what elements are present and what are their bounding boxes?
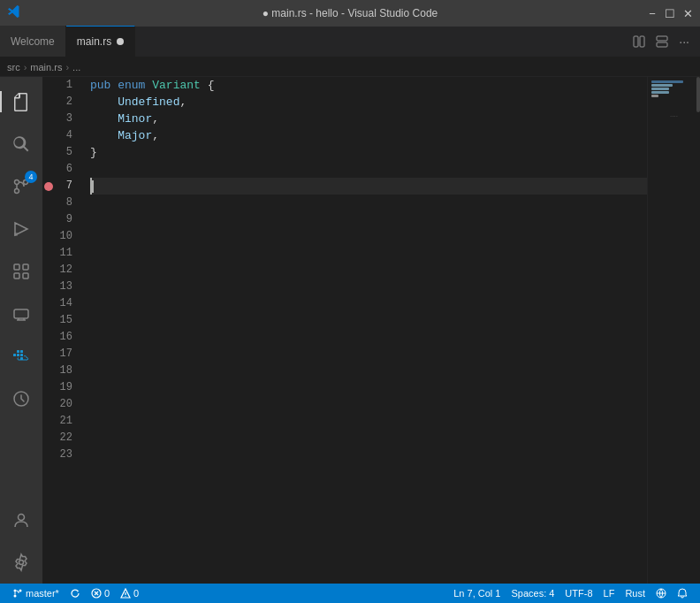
tab-label: Welcome — [11, 35, 55, 48]
tab-modified-dot — [117, 38, 124, 45]
code-content[interactable]: pub enum Variant { Undefined, Minor, Maj… — [87, 77, 647, 584]
text-cursor — [92, 180, 94, 193]
breadcrumb-symbol[interactable]: ... — [72, 62, 80, 73]
code-line-1: pub enum Variant { — [90, 77, 647, 94]
notifications-status[interactable] — [672, 584, 693, 603]
remote-icon — [656, 588, 666, 599]
indent-4 — [90, 127, 118, 144]
code-line-8 — [90, 195, 647, 211]
code-line-20 — [90, 396, 647, 413]
code-line-23 — [90, 447, 647, 463]
git-branch-icon — [12, 588, 23, 599]
line-ending-label: LF — [604, 588, 615, 599]
line-num-14: 14 — [42, 295, 80, 312]
svg-rect-17 — [17, 350, 19, 353]
sidebar-item-explorer[interactable] — [0, 80, 42, 123]
minimap-dots: ···· — [648, 112, 700, 120]
line-num-7: 7 — [42, 178, 80, 195]
minimap-line-2 — [651, 84, 673, 87]
window-controls[interactable]: − ☐ ✕ — [647, 8, 693, 19]
line-num-5: 5 — [42, 144, 80, 161]
sidebar-item-search[interactable] — [0, 123, 42, 165]
code-line-17 — [90, 346, 647, 363]
cursor-position-label: Ln 7, Col 1 — [453, 588, 500, 599]
title-bar-left — [7, 4, 21, 22]
title-bar: ● main.rs - hello - Visual Studio Code −… — [0, 0, 700, 27]
tab-main-rs[interactable]: main.rs — [66, 26, 135, 57]
errors-status[interactable]: 0 — [86, 584, 115, 603]
comma-3: , — [152, 111, 159, 127]
svg-rect-15 — [17, 354, 19, 356]
svg-rect-0 — [634, 36, 638, 47]
minimize-button[interactable]: − — [647, 8, 658, 19]
sidebar-item-timeline[interactable] — [0, 378, 42, 420]
warnings-status[interactable]: 0 — [115, 584, 144, 603]
svg-point-31 — [126, 596, 126, 597]
git-branch-label: master* — [26, 588, 59, 599]
status-bar: master* 0 0 Ln 7, Col 1 Spaces: 4 UTF-8 — [0, 584, 700, 603]
svg-point-5 — [15, 189, 19, 194]
code-line-10 — [90, 228, 647, 245]
code-editor[interactable]: 1 2 3 4 5 6 7 8 9 10 11 12 13 14 15 16 1… — [42, 77, 647, 584]
sidebar-item-accounts[interactable] — [0, 499, 42, 541]
sidebar-item-source-control[interactable]: 4 — [0, 165, 42, 208]
window-title: ● main.rs - hello - Visual Studio Code — [262, 7, 438, 19]
toggle-panel-button[interactable] — [652, 34, 672, 50]
indentation-status[interactable]: Spaces: 4 — [506, 584, 559, 603]
type-variant: Variant — [152, 77, 201, 94]
remote-status[interactable] — [651, 584, 672, 603]
code-line-3: Minor, — [90, 111, 647, 127]
git-branch-status[interactable]: master* — [7, 584, 65, 603]
more-actions-button[interactable]: ··· — [675, 33, 693, 50]
line-num-12: 12 — [42, 262, 80, 279]
code-line-12 — [90, 262, 647, 279]
line-ending-status[interactable]: LF — [598, 584, 620, 603]
svg-rect-13 — [14, 309, 28, 318]
indentation-label: Spaces: 4 — [511, 588, 554, 599]
language-mode-status[interactable]: Rust — [620, 584, 651, 603]
line-num-21: 21 — [42, 413, 80, 430]
scrollbar-thumb[interactable] — [696, 77, 700, 112]
line-num-1: 1 — [42, 77, 80, 94]
error-icon — [91, 588, 102, 599]
code-line-7 — [90, 178, 647, 195]
svg-point-24 — [14, 595, 17, 598]
sidebar-item-docker[interactable] — [0, 335, 42, 378]
code-line-4: Major, — [90, 127, 647, 144]
source-control-badge: 4 — [25, 171, 37, 183]
variant-undefined: Undefined — [118, 94, 179, 111]
editor-area[interactable]: 1 2 3 4 5 6 7 8 9 10 11 12 13 14 15 16 1… — [42, 77, 700, 584]
breadcrumb-file[interactable]: main.rs — [30, 62, 62, 73]
sync-status[interactable] — [65, 584, 86, 603]
breadcrumb: src › main.rs › ... — [0, 57, 700, 77]
sidebar-item-settings[interactable] — [0, 541, 42, 584]
indent-3 — [90, 111, 118, 127]
encoding-status[interactable]: UTF-8 — [559, 584, 597, 603]
line-num-4: 4 — [42, 127, 80, 144]
language-server-status[interactable] — [144, 584, 155, 603]
comma-2: , — [179, 94, 186, 111]
scrollbar-track[interactable] — [696, 77, 700, 584]
sync-icon — [70, 588, 80, 599]
code-line-16 — [90, 329, 647, 346]
sidebar-item-run[interactable] — [0, 208, 42, 250]
code-line-11 — [90, 245, 647, 262]
code-line-19 — [90, 379, 647, 396]
sidebar-item-remote-explorer[interactable] — [0, 293, 42, 335]
breadcrumb-src[interactable]: src — [7, 62, 20, 73]
svg-rect-11 — [14, 273, 19, 279]
minimap[interactable]: ···· — [647, 77, 700, 584]
svg-rect-3 — [657, 42, 667, 47]
close-button[interactable]: ✕ — [682, 8, 693, 19]
keyword-enum: enum — [118, 77, 152, 94]
split-editor-button[interactable] — [629, 34, 649, 50]
line-num-8: 8 — [42, 195, 80, 211]
tab-welcome[interactable]: Welcome — [0, 26, 66, 57]
cursor-position-status[interactable]: Ln 7, Col 1 — [448, 584, 506, 603]
sidebar-item-extensions[interactable] — [0, 250, 42, 293]
punct-brace-open: { — [201, 77, 215, 94]
breadcrumb-sep-1: › — [24, 62, 27, 73]
maximize-button[interactable]: ☐ — [665, 8, 675, 19]
indent-2 — [90, 94, 118, 111]
encoding-label: UTF-8 — [565, 588, 592, 599]
